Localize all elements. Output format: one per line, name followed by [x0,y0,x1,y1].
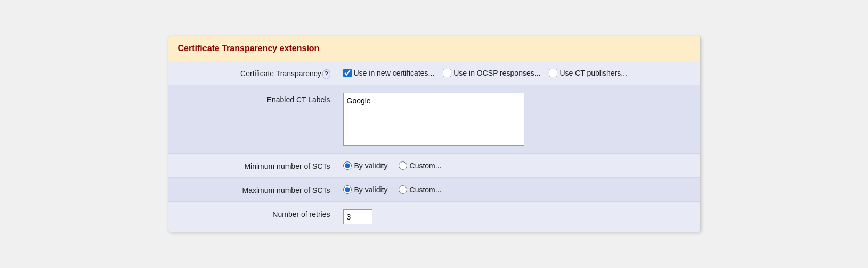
min-custom-radio[interactable] [399,161,407,170]
max-scts-radio-group: By validity Custom... [343,185,442,194]
max-custom-radio-item[interactable]: Custom... [399,185,442,194]
max-scts-control: By validity Custom... [339,183,700,196]
max-custom-label: Custom... [410,185,442,194]
enabled-ct-labels-control: Google [339,91,700,148]
use-ct-publishers-checkbox[interactable] [549,69,557,77]
min-by-validity-radio[interactable] [343,161,352,170]
use-ocsp-checkbox-item[interactable]: Use in OCSP responses... [443,69,540,77]
min-by-validity-label: By validity [354,161,388,170]
checkbox-group: Use in new certificates... Use in OCSP r… [343,69,627,77]
certificate-transparency-label: Certificate Transparency? [168,67,339,79]
min-scts-control: By validity Custom... [339,159,700,172]
certificate-transparency-panel: Certificate Transparency extension Certi… [168,36,701,232]
panel-body: Certificate Transparency? Use in new cer… [168,61,700,232]
num-retries-input[interactable] [343,209,372,224]
max-by-validity-radio[interactable] [343,185,352,194]
max-by-validity-radio-item[interactable]: By validity [343,185,388,194]
enabled-ct-labels-textarea[interactable]: Google [343,93,524,146]
certificate-transparency-help-link[interactable]: ? [322,69,330,79]
min-scts-row: Minimum number of SCTs By validity Custo… [168,154,700,178]
use-ct-publishers-checkbox-item[interactable]: Use CT publishers... [549,69,627,77]
max-custom-radio[interactable] [399,185,407,194]
enabled-ct-labels-label: Enabled CT Labels [168,91,339,105]
panel-header: Certificate Transparency extension [168,36,700,61]
max-scts-row: Maximum number of SCTs By validity Custo… [168,178,700,202]
enabled-ct-labels-row: Enabled CT Labels Google [168,85,700,154]
use-new-certs-label: Use in new certificates... [354,69,435,77]
use-ocsp-label: Use in OCSP responses... [453,69,540,77]
use-new-certs-checkbox-item[interactable]: Use in new certificates... [343,69,435,77]
use-new-certs-checkbox[interactable] [343,69,352,77]
min-custom-radio-item[interactable]: Custom... [399,161,442,170]
certificate-transparency-row: Certificate Transparency? Use in new cer… [168,61,700,85]
num-retries-label: Number of retries [168,207,339,220]
num-retries-row: Number of retries [168,202,700,232]
certificate-transparency-control: Use in new certificates... Use in OCSP r… [339,67,700,79]
min-custom-label: Custom... [410,161,442,170]
min-scts-radio-group: By validity Custom... [343,161,442,170]
use-ct-publishers-label: Use CT publishers... [559,69,627,77]
max-by-validity-label: By validity [354,185,388,194]
max-scts-label: Maximum number of SCTs [168,183,339,196]
panel-title: Certificate Transparency extension [178,44,320,53]
num-retries-control [339,207,700,226]
min-by-validity-radio-item[interactable]: By validity [343,161,388,170]
min-scts-label: Minimum number of SCTs [168,159,339,172]
use-ocsp-checkbox[interactable] [443,69,451,77]
